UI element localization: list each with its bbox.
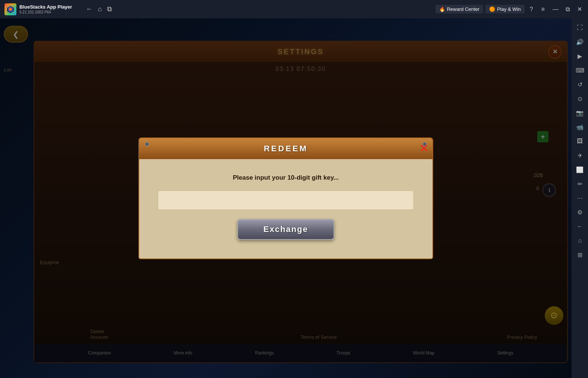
play-win-icon: 🟠 bbox=[489, 6, 495, 12]
sidebar-back-icon[interactable]: ← bbox=[573, 220, 586, 233]
sidebar-apps-icon[interactable]: ⊞ bbox=[573, 248, 586, 261]
back-nav-button[interactable]: ← bbox=[86, 5, 93, 13]
game-background: ❮ Lon SETTINGS ✕ 03:13 07:50:30 Equipme … bbox=[0, 18, 572, 378]
home-nav-button[interactable]: ⌂ bbox=[98, 5, 102, 13]
sidebar-fullscreen-icon[interactable]: ⛶ bbox=[573, 21, 586, 34]
redeem-header: REDEEM ✕ bbox=[138, 137, 433, 159]
redeem-body: Please input your 10-digit gift key... E… bbox=[138, 159, 433, 259]
exchange-label: Exchange bbox=[263, 224, 308, 234]
app-name: BlueStacks App Player bbox=[19, 4, 72, 10]
menu-button[interactable]: ≡ bbox=[538, 4, 548, 14]
sidebar-airplane-icon[interactable]: ✈ bbox=[573, 149, 586, 162]
play-win-label: Play & Win bbox=[497, 6, 521, 12]
app-logo-area: BlueStacks App Player 5.21.101.1002 P64 bbox=[0, 3, 82, 15]
pin-left-icon bbox=[145, 142, 149, 146]
sidebar-keyboard-icon[interactable]: ⌨ bbox=[573, 64, 586, 77]
nav-buttons: ← ⌂ ⧉ bbox=[82, 5, 116, 13]
sidebar-window-icon[interactable]: ⬜ bbox=[573, 163, 586, 176]
minimize-button[interactable]: — bbox=[550, 4, 561, 15]
sidebar-volume-icon[interactable]: 🔊 bbox=[573, 35, 586, 48]
sidebar-home-icon[interactable]: ⌂ bbox=[573, 234, 586, 247]
exchange-button[interactable]: Exchange bbox=[237, 219, 334, 240]
maximize-button[interactable]: ⧉ bbox=[562, 4, 573, 15]
reward-icon: 🔥 bbox=[439, 6, 445, 12]
app-info: BlueStacks App Player 5.21.101.1002 P64 bbox=[19, 4, 72, 14]
sidebar-edit-icon[interactable]: ✏ bbox=[573, 177, 586, 190]
sidebar-more-icon[interactable]: ⋯ bbox=[573, 192, 586, 204]
redeem-close-button[interactable]: ✕ bbox=[419, 143, 428, 154]
titlebar: BlueStacks App Player 5.21.101.1002 P64 … bbox=[0, 0, 588, 18]
redeem-prompt: Please input your 10-digit gift key... bbox=[233, 174, 339, 182]
reward-center-label: Reward Center bbox=[447, 6, 479, 12]
close-button[interactable]: ✕ bbox=[574, 4, 585, 15]
bluestacks-logo bbox=[4, 3, 16, 15]
sidebar-settings-icon[interactable]: ⚙ bbox=[573, 206, 586, 219]
help-button[interactable]: ? bbox=[527, 4, 536, 14]
redeem-dialog: REDEEM ✕ Please input your 10-digit gift… bbox=[138, 137, 433, 259]
svg-point-3 bbox=[10, 9, 11, 10]
gift-key-input[interactable] bbox=[158, 190, 414, 210]
sidebar-record-icon[interactable]: 📹 bbox=[573, 121, 586, 133]
sidebar-play-icon[interactable]: ▶ bbox=[573, 50, 586, 62]
sidebar-screenshot-icon[interactable]: 📷 bbox=[573, 106, 586, 119]
pages-nav-button[interactable]: ⧉ bbox=[107, 5, 112, 13]
sidebar-target-icon[interactable]: ⊙ bbox=[573, 92, 586, 105]
reward-center-button[interactable]: 🔥 Reward Center bbox=[435, 5, 483, 13]
app-version: 5.21.101.1002 P64 bbox=[19, 10, 72, 14]
redeem-title: REDEEM bbox=[264, 144, 308, 154]
window-controls: — ⧉ ✕ bbox=[550, 4, 585, 15]
sidebar-image-icon[interactable]: 🖼 bbox=[573, 135, 586, 148]
play-win-button[interactable]: 🟠 Play & Win bbox=[485, 5, 525, 13]
sidebar-rotate-icon[interactable]: ↺ bbox=[573, 78, 586, 91]
right-sidebar: ⛶ 🔊 ▶ ⌨ ↺ ⊙ 📷 📹 🖼 ✈ ⬜ ✏ ⋯ ⚙ ← ⌂ ⊞ bbox=[572, 18, 588, 378]
right-controls: 🔥 Reward Center 🟠 Play & Win ? ≡ — ⧉ ✕ bbox=[435, 4, 588, 15]
